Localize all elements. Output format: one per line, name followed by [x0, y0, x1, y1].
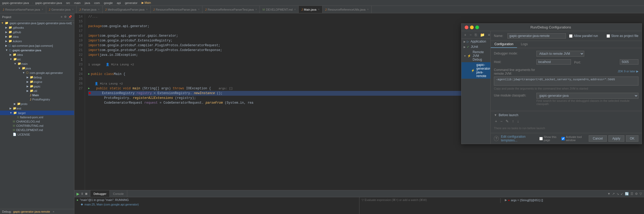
tree-gapic2[interactable]: ▶ 📁 gapic — [0, 84, 74, 89]
tab-logs[interactable]: Logs — [517, 41, 531, 48]
debug-toolbar-filter[interactable]: ▽ — [639, 192, 642, 196]
before-launch-header[interactable]: ▼ Before launch — [494, 113, 638, 117]
tab-generator[interactable]: JGenerator.java× — [46, 6, 77, 13]
tree-license[interactable]: ▶ 📄 LICENSE — [0, 132, 74, 137]
breadcrumb-8[interactable]: api — [117, 1, 121, 5]
add-task-button[interactable]: + — [494, 119, 498, 124]
tab-debugger[interactable]: Debugger — [90, 190, 110, 197]
tree-target[interactable]: ▼ 📁 target — [0, 111, 74, 115]
filter-icon[interactable]: ▽ — [362, 198, 364, 202]
host-input[interactable] — [536, 59, 571, 65]
tree-proto[interactable]: ▶ 📁 proto — [0, 102, 74, 106]
tree-contributing[interactable]: ▶ M CONTRIBUTING.md — [0, 124, 74, 128]
port-input[interactable] — [620, 59, 638, 65]
module-select[interactable]: gapic-generator-java — [536, 93, 638, 99]
activate-tool-input[interactable] — [561, 137, 565, 140]
tree-java[interactable]: ▼ 📁 java — [0, 66, 74, 70]
breadcrumb-5[interactable]: java — [85, 1, 90, 5]
sidebar-gear-icon[interactable]: ⚙ — [64, 15, 67, 19]
show-page-checkbox[interactable]: Show this page — [539, 135, 560, 142]
move-down-button[interactable]: ↓ — [516, 119, 520, 124]
allow-parallel-label[interactable]: Allow parallel run — [569, 34, 598, 38]
tree-gapic[interactable]: ▼ ◻ gapic-generator-java — [0, 48, 74, 52]
config-junit-item[interactable]: ▶ ✓ JUnit — [461, 44, 490, 49]
breadcrumb-4[interactable]: main — [74, 1, 80, 5]
tree-idea2[interactable]: ▶ 📁 .idea — [0, 52, 74, 57]
tab-resourcenameparser[interactable]: JResourceNameParser.java× — [0, 6, 46, 13]
tree-development[interactable]: ▶ M DEVELOPMENT.md — [0, 128, 74, 132]
config-gapic-item[interactable]: ▶ ⚡ gapic-generator-java-remote — [461, 62, 490, 79]
run-debug-dialog[interactable]: Run/Debug Configurations + − ⎘ 📁 ≡ ▶ ▷ A… — [461, 23, 642, 144]
debug-stop-icon[interactable]: ⏹ — [85, 192, 88, 196]
apply-button[interactable]: Apply — [608, 135, 624, 142]
tree-idea[interactable]: ▶ 📁 .idea — [0, 34, 74, 39]
debug-toolbar-6[interactable]: ☰ — [630, 192, 633, 196]
activate-tool-checkbox[interactable]: Activate tool window — [561, 135, 587, 142]
store-project-checkbox[interactable] — [607, 34, 610, 38]
close-button[interactable] — [465, 26, 468, 29]
folder-config-button[interactable]: 📁 — [479, 32, 486, 37]
debug-toolbar-1[interactable]: ▼ — [607, 192, 611, 196]
breadcrumb-9[interactable]: generator — [125, 1, 137, 5]
name-input[interactable] — [507, 33, 566, 39]
tab-methodsig[interactable]: JMethodSignatureParser.java× — [103, 6, 151, 13]
cancel-button[interactable]: Cancel — [589, 135, 607, 142]
breadcrumb-10[interactable]: ▶ Main — [142, 1, 151, 5]
tree-pom[interactable]: ▶ X flattened-pom.xml — [0, 115, 74, 119]
tab-configuration[interactable]: Configuration — [491, 41, 517, 48]
debug-toolbar-5[interactable]: 🔄 — [625, 192, 629, 196]
tree-protoregistry[interactable]: ▶ J ProtoRegistry — [0, 97, 74, 102]
config-remote-item[interactable]: ▼ ⚡ Remote JVM Debug — [461, 49, 490, 62]
run-icon[interactable]: ▶ — [88, 72, 90, 77]
move-up-button[interactable]: ↑ — [511, 119, 515, 124]
edit-task-button[interactable]: ✎ — [505, 119, 510, 124]
debugger-mode-select[interactable]: Attach to remote JVM Listen to remote JV… — [536, 51, 584, 57]
tab-console[interactable]: Console — [110, 190, 127, 197]
debug-toolbar-3[interactable]: ↘ — [616, 192, 619, 196]
more-config-button[interactable]: ≡ — [487, 32, 491, 37]
tree-debug[interactable]: ▶ 📁 debug — [0, 75, 74, 79]
store-project-label[interactable]: Store as project file — [607, 34, 638, 38]
tree-package[interactable]: ▼ ⬡ com.google.api.generator — [0, 70, 74, 75]
tree-githooks[interactable]: ▶ 📁 .githooks — [0, 25, 74, 30]
tree-engine[interactable]: ▶ 📁 engine — [0, 79, 74, 84]
debug-toolbar-2[interactable]: ↗ — [612, 192, 615, 196]
tree-test[interactable]: ▶ 📁 test — [0, 106, 74, 111]
tab-resourcereftest[interactable]: JResourceReferenceParserTest.java× — [202, 6, 260, 13]
breadcrumb-2[interactable]: gapic-generator-java — [35, 1, 62, 5]
breadcrumb-3[interactable]: src — [66, 1, 70, 5]
debug-toolbar-4[interactable]: ↙ — [621, 192, 623, 196]
tree-root[interactable]: ▼ 📁 gapic-generator-java [gapic-generato… — [0, 21, 74, 25]
allow-parallel-checkbox[interactable] — [569, 34, 573, 38]
copy-config-button[interactable]: ⎘ — [474, 32, 478, 37]
tree-main[interactable]: ▼ 📁 main — [0, 61, 74, 66]
edit-templates-link[interactable]: Edit configuration templates... — [501, 135, 539, 142]
run-icon-2[interactable]: ▶ — [88, 86, 90, 91]
ok-button[interactable]: OK — [626, 135, 638, 142]
sidebar-collapse-icon[interactable]: ≡ — [61, 15, 62, 19]
remove-config-button[interactable]: − — [468, 32, 473, 37]
var-item[interactable]: ▶ ● args = {String[0]@651} [] — [505, 198, 642, 202]
tree-apicommon[interactable]: ▶ ◻ api-common-java [api-common] — [0, 43, 74, 48]
debug-toolbar-7[interactable]: ⚙ — [635, 192, 638, 196]
frame-label[interactable]: main:25, Main (com.google.api.generator) — [84, 203, 139, 206]
debug-config[interactable]: gapic-generator-java-remote — [13, 210, 50, 213]
debug-pause-icon[interactable]: ⏸ — [80, 192, 84, 196]
tab-main[interactable]: JMain.java× — [299, 6, 322, 13]
breadcrumb-6[interactable]: com — [94, 1, 100, 5]
debug-run-icon[interactable]: ▶ — [77, 192, 79, 196]
config-app-item[interactable]: ▶ ▷ Application — [461, 39, 490, 44]
tree-changelog[interactable]: ▶ M CHANGELOG.md — [0, 119, 74, 124]
tree-github[interactable]: ▶ 📁 .github — [0, 30, 74, 34]
add-config-button[interactable]: + — [463, 32, 467, 37]
sidebar-pin-icon[interactable]: 📌 — [68, 15, 72, 19]
tab-resourcerefutils[interactable]: JResourceReferenceUtils.java× — [323, 6, 372, 13]
tree-util[interactable]: ▶ 📁 util — [0, 89, 74, 93]
project-breadcrumb[interactable]: gapic-generator-java — [2, 1, 29, 5]
tree-src[interactable]: ▼ 📁 src — [0, 57, 74, 61]
debug-close-icon[interactable]: × — [53, 210, 54, 213]
maximize-button[interactable] — [475, 26, 479, 29]
tab-development[interactable]: MDEVELOPMENT.md× — [260, 6, 299, 13]
tree-main-class[interactable]: ▶ J Main — [0, 93, 74, 97]
jdk-link[interactable]: JDK 9 or later ▶ — [618, 70, 638, 73]
